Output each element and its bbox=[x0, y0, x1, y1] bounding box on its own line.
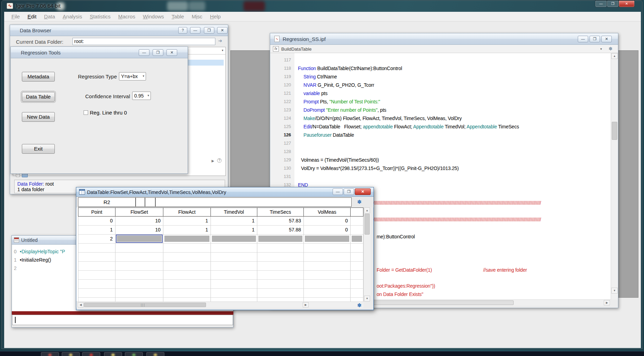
taskbar-item[interactable] bbox=[41, 352, 59, 356]
menu-windows[interactable]: Windows bbox=[139, 12, 168, 21]
column-header[interactable]: FlowAct bbox=[163, 207, 211, 217]
current-data-folder-field[interactable]: root: bbox=[72, 38, 215, 45]
scrollbar-thumb[interactable]: ||| bbox=[84, 303, 206, 307]
table-cell[interactable] bbox=[351, 253, 363, 262]
taskbar-item[interactable] bbox=[125, 352, 143, 356]
column-header[interactable]: Point bbox=[78, 207, 115, 217]
table-cell[interactable]: 0 bbox=[304, 217, 351, 226]
data-table-button[interactable]: Data Table bbox=[22, 92, 55, 102]
table-cell[interactable]: 1 bbox=[163, 226, 211, 235]
metadata-button[interactable]: Metadata bbox=[22, 72, 55, 82]
menu-analysis[interactable]: Analysis bbox=[59, 12, 86, 21]
table-cell[interactable]: 57.83 bbox=[257, 217, 304, 226]
table-cell[interactable] bbox=[351, 289, 363, 298]
row-index-cell[interactable] bbox=[78, 244, 115, 253]
maximize-button[interactable]: ❐ bbox=[204, 27, 214, 34]
table-cell[interactable] bbox=[257, 244, 304, 253]
column-header[interactable]: TimeSecs bbox=[257, 207, 304, 217]
table-cell[interactable] bbox=[115, 262, 163, 271]
row-index-cell[interactable] bbox=[78, 262, 115, 271]
table-cell[interactable]: 57.88 bbox=[257, 226, 304, 235]
confidence-interval-dropdown[interactable]: 0.95 ▾ bbox=[132, 92, 151, 100]
column-header[interactable]: FlowSet bbox=[115, 207, 163, 217]
selected-cell[interactable] bbox=[116, 235, 163, 243]
command-divider[interactable] bbox=[12, 311, 233, 315]
menu-misc[interactable]: Misc bbox=[188, 12, 206, 21]
row-index-cell[interactable] bbox=[78, 298, 115, 302]
scrollbar-thumb[interactable] bbox=[612, 122, 617, 140]
table-cell[interactable] bbox=[304, 271, 351, 280]
maximize-button[interactable]: ❐ bbox=[607, 0, 619, 7]
table-cell[interactable]: 1 bbox=[211, 217, 257, 226]
chevron-down-icon[interactable]: ▾ bbox=[222, 49, 223, 52]
table-cell[interactable] bbox=[211, 280, 257, 289]
column-header[interactable]: TimedVol bbox=[211, 207, 257, 217]
menu-statistics[interactable]: Statistics bbox=[86, 12, 114, 21]
menu-file[interactable]: File bbox=[8, 12, 24, 21]
maximize-button[interactable]: ❐ bbox=[590, 36, 600, 42]
table-cell[interactable] bbox=[257, 253, 304, 262]
formula-small-cell[interactable] bbox=[136, 197, 145, 207]
table-cell[interactable] bbox=[115, 271, 163, 280]
close-icon[interactable]: ✕ bbox=[355, 188, 371, 195]
reg-line-checkbox[interactable] bbox=[84, 110, 88, 115]
column-header[interactable] bbox=[351, 207, 363, 217]
table-cell[interactable] bbox=[211, 262, 257, 271]
horizontal-scrollbar[interactable]: ◀ ||| ▶ bbox=[76, 302, 363, 308]
procedure-gear-icon[interactable]: ✽ bbox=[609, 46, 612, 51]
table-cell[interactable]: 1 bbox=[211, 226, 257, 235]
close-button[interactable]: ✕ bbox=[619, 0, 635, 7]
column-header[interactable]: VolMeas bbox=[304, 207, 351, 217]
menu-edit[interactable]: Edit bbox=[24, 12, 40, 21]
table-cell[interactable] bbox=[351, 271, 363, 280]
row-index-cell[interactable] bbox=[78, 280, 115, 289]
table-cell[interactable] bbox=[304, 280, 351, 289]
table-cell[interactable] bbox=[163, 253, 211, 262]
row-index-cell[interactable]: 0 bbox=[78, 217, 115, 226]
formula-entry-field[interactable] bbox=[155, 197, 352, 207]
datatable-titlebar[interactable]: DataTable:FlowSet,FlowAct,TimedVol,TimeS… bbox=[76, 187, 373, 197]
menu-macros[interactable]: Macros bbox=[114, 12, 139, 21]
row-index-cell[interactable] bbox=[78, 253, 115, 262]
table-options-gear-icon[interactable]: ✽ bbox=[357, 199, 362, 205]
close-icon[interactable]: ✕ bbox=[601, 36, 612, 42]
table-cell[interactable] bbox=[304, 262, 351, 271]
close-icon[interactable]: ✕ bbox=[166, 49, 177, 56]
data-browser-titlebar[interactable]: Data Browser ? — ❐ ✕ bbox=[10, 25, 228, 36]
table-cell[interactable] bbox=[211, 271, 257, 280]
maximize-button[interactable]: ❐ bbox=[344, 188, 354, 195]
menu-table[interactable]: Table bbox=[168, 12, 188, 21]
menu-help[interactable]: Help bbox=[206, 12, 225, 21]
table-cell[interactable] bbox=[257, 262, 304, 271]
row-index-cell[interactable]: 1 bbox=[78, 226, 115, 235]
formula-small-cell[interactable] bbox=[145, 197, 155, 207]
menu-data[interactable]: Data bbox=[40, 12, 59, 21]
table-bottom-gear-icon[interactable]: ✽ bbox=[357, 302, 362, 308]
table-cell[interactable] bbox=[351, 244, 363, 253]
table-cell[interactable]: 10 bbox=[115, 226, 163, 235]
minimize-button[interactable]: — bbox=[578, 36, 588, 42]
maximize-button[interactable]: ❐ bbox=[153, 49, 163, 56]
table-cell[interactable] bbox=[211, 244, 257, 253]
minimize-button[interactable]: — bbox=[190, 27, 200, 34]
table-cell[interactable] bbox=[257, 271, 304, 280]
vertical-scrollbar[interactable]: ▲ ▼ bbox=[363, 207, 370, 302]
table-cell[interactable] bbox=[351, 217, 363, 226]
table-cell[interactable] bbox=[257, 298, 304, 302]
exit-button[interactable]: Exit bbox=[22, 144, 55, 154]
scrollbar-thumb[interactable] bbox=[364, 214, 370, 235]
regression-tools-titlebar[interactable]: Regression Tools — ❐ ✕ bbox=[11, 47, 188, 58]
row-index-cell[interactable] bbox=[78, 271, 115, 280]
table-cell[interactable] bbox=[211, 235, 257, 244]
table-cell[interactable] bbox=[163, 280, 211, 289]
scroll-up-icon[interactable]: ▲ bbox=[611, 53, 618, 59]
minimize-button[interactable]: — bbox=[139, 49, 149, 56]
scroll-down-icon[interactable]: ▼ bbox=[364, 296, 370, 302]
table-cell[interactable] bbox=[257, 235, 304, 244]
table-cell[interactable] bbox=[115, 289, 163, 298]
table-cell[interactable] bbox=[304, 298, 351, 302]
scroll-down-icon[interactable]: ▼ bbox=[611, 288, 618, 294]
table-cell[interactable] bbox=[351, 262, 363, 271]
new-data-button[interactable]: New Data bbox=[22, 112, 55, 122]
table-cell[interactable] bbox=[163, 298, 211, 302]
